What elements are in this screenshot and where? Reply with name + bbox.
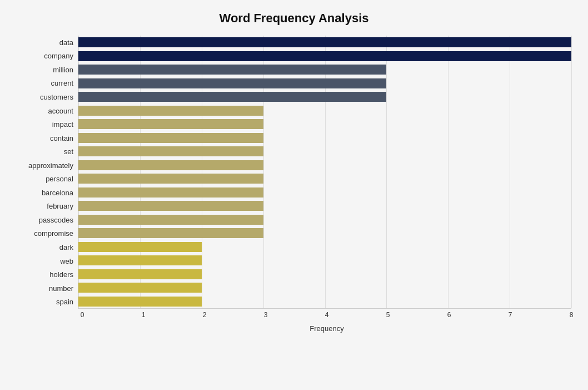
bar [78, 146, 263, 156]
y-label: spain [56, 298, 73, 305]
bar-row [78, 91, 571, 103]
x-tick: 1 [142, 311, 146, 319]
y-label: set [64, 148, 73, 155]
chart-title: Word Frequency Analysis [17, 11, 571, 26]
bar [78, 160, 263, 170]
chart-area: datacompanymillioncurrentcustomersaccoun… [17, 36, 571, 309]
bar-row [78, 118, 571, 130]
chart-container: Word Frequency Analysis datacompanymilli… [0, 0, 588, 390]
x-axis-label: Frequency [82, 324, 571, 333]
x-tick: 7 [509, 311, 512, 319]
x-tick: 3 [264, 311, 268, 319]
bar-row [78, 36, 571, 48]
grid-line [263, 36, 264, 308]
bar [78, 228, 263, 238]
bar-row [78, 159, 571, 171]
bar [78, 37, 571, 47]
y-label: personal [46, 175, 73, 182]
x-tick: 6 [447, 311, 451, 319]
y-label: compromise [34, 230, 73, 237]
bar-row [78, 295, 571, 308]
grid-line [386, 36, 387, 308]
y-label: dark [59, 244, 73, 251]
bar-row [78, 186, 571, 199]
y-label: passcodes [39, 216, 73, 224]
bar [78, 106, 263, 116]
x-tick: 2 [203, 311, 207, 319]
y-label: approximately [28, 162, 73, 169]
bar-row [78, 172, 571, 185]
x-tick: 4 [325, 311, 329, 319]
bar [78, 119, 263, 129]
y-label: holders [49, 271, 73, 278]
x-tick: 8 [570, 311, 574, 319]
bar [78, 269, 202, 279]
y-label: current [51, 80, 73, 87]
plot-area [78, 36, 571, 309]
bar [78, 51, 571, 61]
y-label: web [60, 258, 73, 265]
bar [78, 215, 263, 225]
grid-line [510, 36, 510, 308]
bar [78, 174, 263, 184]
bar-row [78, 77, 571, 90]
bar-row [78, 268, 571, 280]
bar-row [78, 63, 571, 76]
bar-row [78, 132, 571, 144]
grid-line [571, 36, 572, 308]
bar [78, 133, 263, 143]
y-label: february [47, 203, 73, 210]
grid-line [325, 36, 326, 308]
bar-row [78, 241, 571, 253]
bar [78, 255, 202, 265]
bar [78, 187, 263, 198]
bar [78, 78, 386, 88]
y-label: million [53, 66, 73, 73]
bar-row [78, 105, 571, 117]
y-label: data [59, 39, 73, 46]
bar [78, 283, 202, 293]
y-label: barcelona [42, 189, 73, 196]
bar [78, 201, 263, 211]
y-label: customers [40, 93, 73, 101]
bar-row [78, 145, 571, 157]
bar [78, 92, 386, 102]
y-label: impact [52, 121, 73, 128]
bar-row [78, 254, 571, 266]
y-label: company [44, 52, 73, 60]
x-tick: 0 [81, 311, 84, 319]
x-tick: 5 [386, 311, 390, 319]
bar [78, 65, 386, 75]
bar [78, 297, 202, 307]
grid-line [78, 36, 79, 308]
bar-row [78, 200, 571, 212]
y-label: contain [50, 135, 73, 142]
grid-line [140, 36, 141, 308]
grid-line [202, 36, 202, 308]
bar-row [78, 50, 571, 62]
bar-row [78, 227, 571, 239]
y-labels: datacompanymillioncurrentcustomersaccoun… [17, 36, 78, 309]
bar [78, 242, 202, 252]
y-label: account [48, 107, 73, 115]
bar-row [78, 214, 571, 226]
y-label: number [49, 285, 73, 292]
grid-line [448, 36, 449, 308]
bar-row [78, 282, 571, 294]
